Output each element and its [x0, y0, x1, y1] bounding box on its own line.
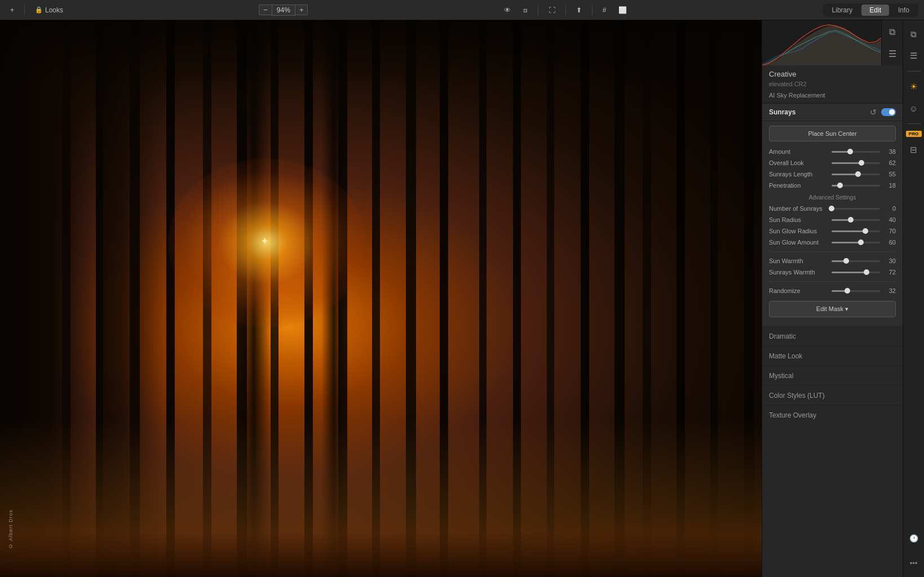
adv-slider-row-sun-radius: Sun Radius 40 — [762, 214, 903, 225]
tab-info[interactable]: Info — [890, 5, 917, 16]
crop-icon: ⛶ — [549, 6, 555, 14]
creative-item-texture-overlay[interactable]: Texture Overlay — [762, 405, 903, 425]
slider-track-0[interactable] — [832, 151, 880, 153]
compare-icon: ⧈ — [523, 6, 528, 14]
adv-slider-row-number-of-sunrays: Number of Sunrays 0 — [762, 203, 903, 214]
zoom-minus-button[interactable]: − — [259, 5, 272, 15]
advanced-settings-label: Advanced Settings — [762, 191, 903, 203]
creative-item-dramatic[interactable]: Dramatic — [762, 326, 903, 346]
adv-slider-track-4[interactable] — [832, 260, 880, 262]
slider-track-3[interactable] — [832, 185, 880, 187]
slider-row-amount: Amount 38 — [762, 146, 903, 157]
adv-slider-track-5[interactable] — [832, 272, 880, 273]
side-icons-panel: ⧉ ☰ ☀ ☺ PRO ⊟ 🕐 ••• — [903, 20, 924, 577]
sunrays-controls: ↺ — [870, 108, 896, 117]
bag-icon-btn[interactable]: ⊟ — [905, 141, 922, 158]
file-name: elevated.CR2 — [762, 81, 903, 91]
face-icon-btn[interactable]: ☺ — [905, 100, 922, 117]
history-icon-btn[interactable]: 🕐 — [905, 530, 922, 547]
tab-edit[interactable]: Edit — [861, 5, 889, 16]
adv-slider-value-5: 72 — [883, 269, 896, 276]
export-button[interactable]: ⬆ — [572, 5, 586, 16]
edit-mask-button[interactable]: Edit Mask ▾ — [769, 301, 896, 317]
side-divider-1 — [907, 71, 921, 72]
zoom-value[interactable]: 94% — [272, 5, 295, 16]
fullscreen-button[interactable]: ⬜ — [614, 5, 631, 16]
more-icon-btn[interactable]: ••• — [905, 554, 922, 571]
export-icon: ⬆ — [576, 6, 582, 14]
adv-slider-track-1[interactable] — [832, 219, 880, 221]
adv-slider-track-0[interactable] — [832, 208, 880, 210]
basic-sliders: Amount 38 Overall Look 62 Sunrays Length… — [762, 146, 903, 191]
separator-1 — [24, 5, 25, 15]
adv-slider-track-2[interactable] — [832, 230, 880, 232]
adv-slider-label-4: Sun Warmth — [769, 258, 828, 264]
grid-button[interactable]: # — [598, 5, 611, 16]
tab-library[interactable]: Library — [824, 5, 861, 16]
photo-area[interactable]: © Albert Dros — [0, 20, 762, 577]
creative-item-mystical[interactable]: Mystical — [762, 366, 903, 385]
place-sun-center-button[interactable]: Place Sun Center — [769, 126, 896, 141]
adv-slider-value-0: 0 — [883, 205, 896, 212]
slider-row-overall-look: Overall Look 62 — [762, 157, 903, 168]
looks-button[interactable]: 🔒 Looks — [30, 5, 68, 16]
add-button[interactable]: + — [6, 5, 19, 16]
creative-items-list: DramaticMatte LookMysticalColor Styles (… — [762, 326, 903, 425]
adjust-panel-icon[interactable]: ☰ — [884, 45, 901, 62]
grid-icon: # — [603, 6, 607, 14]
separator-2 — [538, 5, 538, 15]
creative-item-matte-look[interactable]: Matte Look — [762, 346, 903, 366]
side-divider-2 — [907, 123, 921, 124]
watermark: © Albert Dros — [8, 509, 14, 549]
pro-badge: PRO — [906, 131, 922, 137]
layers-icon-btn[interactable]: ⧉ — [905, 26, 922, 43]
sunrays-title: Sunrays — [769, 108, 870, 116]
preview-toggle-button[interactable]: 👁 — [499, 5, 515, 16]
slider-track-2[interactable] — [832, 174, 880, 175]
adv-slider-row-sun-glow-radius: Sun Glow Radius 70 — [762, 225, 903, 237]
slider-label-2: Sunrays Length — [769, 171, 828, 177]
toolbar: + 🔒 Looks − 94% + 👁 ⧈ ⛶ ⬆ # ⬜ Library Ed… — [0, 0, 924, 20]
sun-tool-icon-btn[interactable]: ☀ — [905, 78, 922, 95]
slider-track-1[interactable] — [832, 162, 880, 164]
crop-button[interactable]: ⛶ — [544, 5, 560, 16]
adv-slider-row-sun-glow-amount: Sun Glow Amount 60 — [762, 237, 903, 248]
edit-mask-label: Edit Mask ▾ — [816, 305, 848, 313]
top-dark — [0, 20, 762, 88]
sliders-icon-btn[interactable]: ☰ — [905, 47, 922, 64]
sunrays-toggle[interactable] — [881, 108, 896, 116]
photo-background — [0, 20, 762, 577]
section-title: Creative — [762, 65, 903, 81]
sunrays-block: Sunrays ↺ Place Sun Center Amount 38 Ove… — [762, 103, 903, 326]
adv-slider-label-2: Sun Glow Radius — [769, 228, 828, 234]
adv-slider-value-1: 40 — [883, 216, 896, 223]
zoom-plus-button[interactable]: + — [295, 5, 308, 15]
fullscreen-icon: ⬜ — [618, 6, 627, 14]
adv-slider-label-1: Sun Radius — [769, 216, 828, 223]
sunrays-reset-button[interactable]: ↺ — [870, 108, 877, 117]
eye-icon: 👁 — [504, 6, 511, 14]
panel-tab-group: Library Edit Info — [823, 3, 918, 17]
adv-slider-value-4: 30 — [883, 258, 896, 264]
adv-slider-label-5: Sunrays Warmth — [769, 269, 828, 276]
layers-panel-icon[interactable]: ⧉ — [884, 24, 901, 41]
adv-slider-track-6[interactable] — [832, 290, 880, 292]
separator-4 — [592, 5, 593, 15]
feature-label: AI Sky Replacement — [762, 91, 903, 103]
compare-button[interactable]: ⧈ — [519, 5, 532, 16]
adv-slider-track-3[interactable] — [832, 242, 880, 243]
bottom-dark — [0, 532, 762, 577]
adv-slider-label-0: Number of Sunrays — [769, 205, 828, 212]
slider-value-3: 18 — [883, 182, 896, 189]
advanced-sliders: Number of Sunrays 0 Sun Radius 40 Sun Gl… — [762, 203, 903, 296]
creative-item-color-styles-(lut)[interactable]: Color Styles (LUT) — [762, 385, 903, 405]
adv-slider-value-2: 70 — [883, 228, 896, 234]
adv-slider-value-6: 32 — [883, 287, 896, 294]
adv-slider-label-3: Sun Glow Amount — [769, 239, 828, 246]
divider — [769, 281, 896, 282]
slider-label-3: Penetration — [769, 182, 828, 189]
looks-label: Looks — [45, 6, 63, 14]
main-content: © Albert Dros ⧉ ☰ Creative e — [0, 20, 924, 577]
sunrays-header: Sunrays ↺ — [762, 104, 903, 121]
slider-row-sunrays-length: Sunrays Length 55 — [762, 168, 903, 180]
